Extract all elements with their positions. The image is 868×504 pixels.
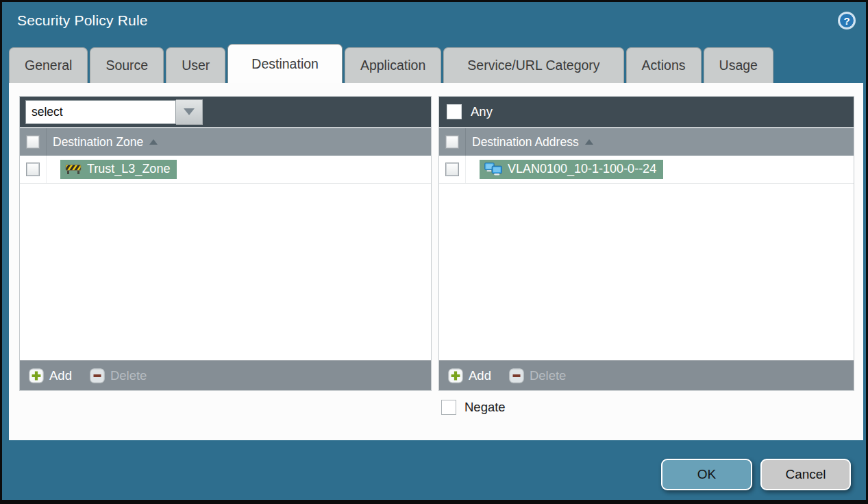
tab-actions[interactable]: Actions bbox=[626, 47, 702, 83]
zone-select-bar bbox=[20, 97, 431, 127]
address-panel-footer: Add Delete bbox=[439, 360, 854, 390]
negate-label: Negate bbox=[464, 400, 506, 415]
address-list: VLAN0100_10-1-100-0--24 bbox=[439, 156, 854, 360]
minus-icon bbox=[90, 368, 105, 383]
address-select-all-checkbox[interactable] bbox=[445, 135, 459, 149]
address-any-bar: Any bbox=[439, 97, 854, 127]
address-item-label: VLAN0100_10-1-100-0--24 bbox=[508, 162, 656, 176]
destination-address-panel: Any Destination Address bbox=[438, 96, 854, 391]
tab-label: Application bbox=[360, 58, 425, 73]
tab-source[interactable]: Source bbox=[90, 47, 164, 83]
zone-column-header[interactable]: Destination Zone bbox=[47, 128, 158, 156]
zone-list: Trust_L3_Zone bbox=[20, 156, 431, 360]
tab-destination[interactable]: Destination bbox=[227, 44, 343, 83]
security-policy-rule-dialog: Security Policy Rule ? General Source Us… bbox=[0, 0, 868, 504]
sort-asc-icon bbox=[149, 139, 158, 145]
any-label: Any bbox=[471, 104, 493, 119]
plus-icon bbox=[448, 368, 463, 383]
tab-label: Source bbox=[106, 58, 148, 73]
address-add-button[interactable]: Add bbox=[448, 368, 491, 383]
sort-asc-icon bbox=[585, 139, 593, 145]
address-item-vlan0100[interactable]: VLAN0100_10-1-100-0--24 bbox=[480, 160, 663, 179]
svg-text:?: ? bbox=[843, 15, 850, 27]
header-checkbox-cell bbox=[439, 128, 466, 156]
any-checkbox[interactable] bbox=[447, 104, 462, 119]
address-column-header-row: Destination Address bbox=[439, 127, 854, 156]
add-label: Add bbox=[469, 368, 491, 383]
help-icon[interactable]: ? bbox=[836, 10, 857, 31]
tab-label: User bbox=[182, 58, 210, 73]
delete-label: Delete bbox=[110, 368, 147, 383]
zone-list-item: Trust_L3_Zone bbox=[20, 156, 431, 184]
address-delete-button[interactable]: Delete bbox=[509, 368, 566, 383]
zone-select-dropdown-button[interactable] bbox=[176, 99, 203, 125]
tab-bar: General Source User Destination Applicat… bbox=[9, 47, 773, 83]
chevron-down-icon bbox=[184, 108, 195, 115]
zone-item-trust-l3-zone[interactable]: Trust_L3_Zone bbox=[60, 160, 177, 179]
tab-label: Destination bbox=[251, 56, 319, 72]
zone-delete-button[interactable]: Delete bbox=[90, 368, 147, 383]
tab-label: Actions bbox=[642, 58, 686, 73]
dialog-title: Security Policy Rule bbox=[17, 12, 148, 29]
network-hosts-icon bbox=[484, 163, 502, 176]
negate-option: Negate bbox=[441, 400, 506, 415]
minus-icon bbox=[509, 368, 524, 383]
tab-usage[interactable]: Usage bbox=[704, 47, 773, 83]
negate-checkbox[interactable] bbox=[441, 400, 456, 415]
tab-label: General bbox=[25, 58, 72, 73]
destination-zone-panel: Destination Zone bbox=[19, 96, 432, 391]
tab-label: Service/URL Category bbox=[467, 58, 599, 73]
add-label: Add bbox=[49, 368, 72, 383]
zone-select-combo bbox=[25, 99, 203, 125]
ok-button[interactable]: OK bbox=[661, 459, 752, 490]
column-header-label: Destination Zone bbox=[53, 135, 143, 149]
tab-service-url-category[interactable]: Service/URL Category bbox=[443, 47, 623, 83]
cancel-button[interactable]: Cancel bbox=[760, 459, 851, 490]
tab-label: Usage bbox=[719, 58, 758, 73]
zone-select-input[interactable] bbox=[25, 100, 176, 124]
zone-column-header-row: Destination Zone bbox=[20, 127, 431, 156]
address-column-header[interactable]: Destination Address bbox=[466, 128, 593, 156]
tab-user[interactable]: User bbox=[166, 47, 225, 83]
tab-general[interactable]: General bbox=[9, 47, 88, 83]
zone-add-button[interactable]: Add bbox=[29, 368, 72, 383]
zone-select-all-checkbox[interactable] bbox=[26, 135, 40, 149]
plus-icon bbox=[29, 368, 44, 383]
destination-tab-content: Destination Zone bbox=[9, 83, 863, 440]
zone-item-label: Trust_L3_Zone bbox=[87, 162, 170, 176]
address-list-item: VLAN0100_10-1-100-0--24 bbox=[439, 156, 854, 184]
column-header-label: Destination Address bbox=[472, 135, 579, 149]
zone-barrier-icon bbox=[65, 163, 82, 175]
zone-panel-footer: Add Delete bbox=[20, 360, 431, 390]
delete-label: Delete bbox=[530, 368, 566, 383]
zone-row-checkbox[interactable] bbox=[26, 163, 40, 176]
row-checkbox-cell bbox=[20, 156, 47, 183]
row-checkbox-cell bbox=[439, 156, 466, 183]
tab-application[interactable]: Application bbox=[345, 47, 441, 83]
header-checkbox-cell bbox=[20, 128, 47, 156]
address-row-checkbox[interactable] bbox=[445, 163, 459, 176]
